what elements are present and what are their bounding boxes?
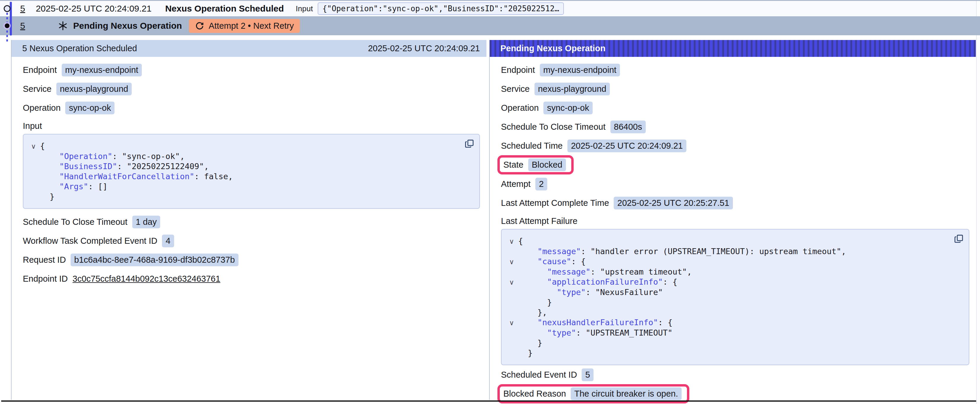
event-timestamp: 2025-02-25 UTC 20:24:09.21 <box>36 3 151 14</box>
field-value-schedule-to-close-timeout: 1 day <box>132 215 161 228</box>
retry-icon <box>195 21 204 30</box>
code-line-gutter <box>505 338 518 348</box>
field-label-operation: Operation <box>23 103 60 113</box>
code-line: } <box>505 297 951 307</box>
field-value-scheduled-time: 2025-02-25 UTC 20:24:09.21 <box>567 139 686 152</box>
field-value-scheduled-event-id: 5 <box>582 368 593 381</box>
field-label-state: State <box>503 160 523 170</box>
chevron-down-icon[interactable]: ∨ <box>509 238 514 245</box>
code-line-gutter: ∨ <box>505 236 518 246</box>
field-row-endpoint: Endpointmy-nexus-endpoint <box>23 60 480 79</box>
code-line-gutter <box>27 182 40 192</box>
field-row-state: StateBlocked <box>501 155 969 174</box>
code-line-text: { <box>40 141 45 151</box>
code-line-gutter <box>27 162 40 171</box>
retry-badge-label: Attempt 2 • Next Retry <box>208 21 294 31</box>
field-label-service: Service <box>23 84 52 94</box>
event-row-pending-nexus-operation[interactable]: 5 Pending Nexus Operation Attempt 2 • Ne… <box>0 16 980 35</box>
chevron-down-icon[interactable]: ∨ <box>509 258 514 266</box>
right-panel-title: Pending Nexus Operation <box>500 44 606 53</box>
code-line: } <box>505 348 951 358</box>
code-line-text: } <box>40 192 54 202</box>
code-line-gutter <box>505 267 518 277</box>
field-label-endpoint-id: Endpoint ID <box>23 274 68 284</box>
field-value-endpoint: my-nexus-endpoint <box>62 64 142 76</box>
right-panel-header: Pending Nexus Operation <box>490 40 976 57</box>
scheduled-event-panel: 5 Nexus Operation Scheduled 2025-02-25 U… <box>11 40 487 400</box>
input-label: Input <box>296 4 313 13</box>
field-value-schedule-to-close-timeout: 86400s <box>611 120 646 133</box>
scrollbar-track[interactable] <box>976 1 980 404</box>
code-line-text: "type": "NexusFailure" <box>518 287 663 297</box>
code-line-text: "nexusHandlerFailureInfo": { <box>518 317 672 328</box>
left-panel-title: 5 Nexus Operation Scheduled <box>22 44 137 53</box>
failure-json-viewer: ∨{ "message": "handler error (UPSTREAM_T… <box>501 229 969 365</box>
code-line-gutter: ∨ <box>505 257 518 267</box>
code-line-gutter <box>505 287 518 297</box>
field-row-schedule-to-close-timeout: Schedule To Close Timeout86400s <box>501 117 969 136</box>
input-preview: {"Operation":"sync-op-ok","BusinessID":"… <box>318 2 564 15</box>
left-panel-header[interactable]: 5 Nexus Operation Scheduled 2025-02-25 U… <box>11 40 487 57</box>
chevron-down-icon[interactable]: ∨ <box>509 279 514 286</box>
field-label-last-attempt-complete-time: Last Attempt Complete Time <box>501 198 609 208</box>
field-row-last-attempt-complete-time: Last Attempt Complete Time2025-02-25 UTC… <box>501 193 969 212</box>
event-id-link[interactable]: 5 <box>20 21 25 31</box>
code-line-text: "Args": [] <box>40 182 108 192</box>
field-label-schedule-to-close-timeout: Schedule To Close Timeout <box>23 217 127 227</box>
event-detail-area: 5 Nexus Operation Scheduled 2025-02-25 U… <box>11 40 976 400</box>
code-line-text: "type": "UPSTREAM_TIMEOUT" <box>518 328 672 338</box>
field-row-endpoint: Endpointmy-nexus-endpoint <box>501 60 969 79</box>
code-line-gutter <box>505 307 518 317</box>
left-panel-timestamp: 2025-02-25 UTC 20:24:09.21 <box>368 44 480 53</box>
field-value-blocked-reason: The circuit breaker is open. <box>571 387 682 400</box>
field-label-workflow-task-completed-event-id: Workflow Task Completed Event ID <box>23 236 157 246</box>
pending-event-marker-icon <box>5 24 10 28</box>
field-label-request-id: Request ID <box>23 255 66 265</box>
code-line: "Args": [] <box>27 182 461 192</box>
code-line: ∨{ <box>27 141 461 151</box>
field-label-blocked-reason: Blocked Reason <box>503 389 566 399</box>
pending-operation-panel: Pending Nexus Operation Endpointmy-nexus… <box>489 40 976 400</box>
code-line-gutter <box>505 246 518 257</box>
event-row-nexus-operation-scheduled[interactable]: 5 2025-02-25 UTC 20:24:09.21 Nexus Opera… <box>0 1 976 16</box>
code-line-gutter <box>505 328 518 338</box>
code-line-text: "message": "handler error (UPSTREAM_TIME… <box>518 246 846 257</box>
event-title: Nexus Operation Scheduled <box>165 3 284 14</box>
code-line-text: } <box>518 348 533 358</box>
field-value-workflow-task-completed-event-id: 4 <box>162 234 174 247</box>
code-line: ∨ "nexusHandlerFailureInfo": { <box>505 317 951 328</box>
code-line-gutter <box>27 171 40 182</box>
field-value-endpoint: my-nexus-endpoint <box>540 64 620 76</box>
code-line-gutter: ∨ <box>505 317 518 328</box>
field-value-operation: sync-op-ok <box>65 101 115 114</box>
scheduled-event-marker-icon <box>4 6 10 11</box>
copy-icon[interactable] <box>465 139 474 149</box>
input-json-viewer: ∨{ "Operation": "sync-op-ok", "BusinessI… <box>23 134 480 209</box>
code-line: ∨{ <box>505 236 951 246</box>
field-label-attempt: Attempt <box>501 179 531 189</box>
field-row-endpoint-id: Endpoint ID3c0c75ccfa8144b092c13ce632463… <box>23 269 480 288</box>
code-line-gutter <box>505 348 518 358</box>
field-row-attempt: Attempt2 <box>501 174 969 193</box>
code-line-text: }, <box>518 307 547 317</box>
code-line-text: "applicationFailureInfo": { <box>518 277 677 287</box>
event-id-link[interactable]: 5 <box>20 3 25 14</box>
code-line: "HandlerWaitForCancellation": false, <box>27 171 461 182</box>
code-line-text: } <box>518 297 552 307</box>
copy-icon[interactable] <box>954 234 964 244</box>
chevron-down-icon[interactable]: ∨ <box>509 319 514 327</box>
field-value-service: nexus-playground <box>56 82 132 95</box>
timeline-gutter <box>0 1 16 44</box>
field-label-endpoint: Endpoint <box>23 65 57 75</box>
code-line: "BusinessID": "20250225122409", <box>27 162 461 171</box>
chevron-down-icon[interactable]: ∨ <box>31 143 36 150</box>
retry-attempt-badge: Attempt 2 • Next Retry <box>189 19 299 33</box>
active-range-bar <box>10 2 12 36</box>
code-line-text: } <box>518 338 542 348</box>
field-value-state: Blocked <box>528 158 566 171</box>
field-value-endpoint-id[interactable]: 3c0c75ccfa8144b092c13ce632463761 <box>73 274 220 284</box>
field-label-endpoint: Endpoint <box>501 65 535 75</box>
code-line-gutter <box>505 297 518 307</box>
code-line: "message": "upstream timeout", <box>505 267 951 277</box>
event-title: Pending Nexus Operation <box>73 21 182 31</box>
